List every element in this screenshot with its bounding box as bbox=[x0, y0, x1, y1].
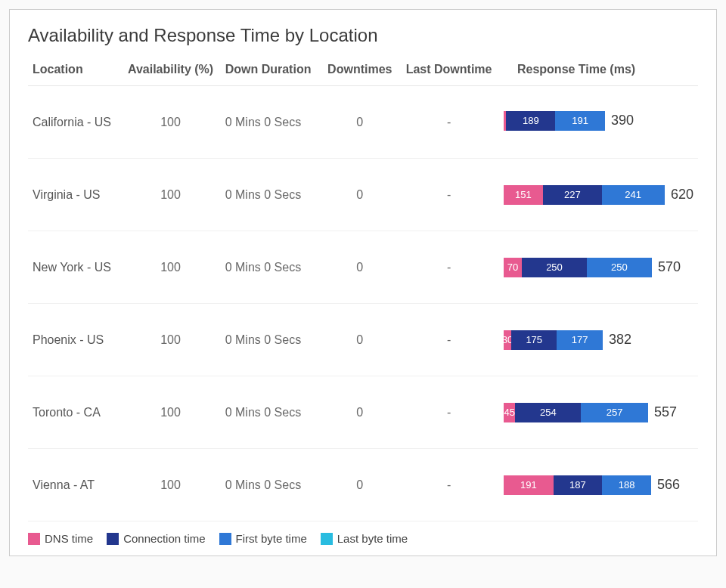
cell-availability: 100 bbox=[120, 159, 220, 231]
cell-down-duration: 0 Mins 0 Secs bbox=[221, 304, 321, 376]
legend-label-lb: Last byte time bbox=[337, 532, 408, 545]
legend-item-lb: Last byte time bbox=[321, 532, 408, 545]
cell-location: California - US bbox=[28, 86, 120, 159]
response-total: 382 bbox=[609, 332, 631, 348]
response-bar: 70250250 bbox=[504, 258, 652, 277]
col-down-duration: Down Duration bbox=[221, 60, 321, 86]
swatch-dns bbox=[28, 533, 40, 545]
segment-conn: 227 bbox=[543, 185, 602, 205]
cell-down-duration: 0 Mins 0 Secs bbox=[221, 449, 321, 521]
cell-location: Phoenix - US bbox=[28, 304, 120, 376]
table-row: California - US1000 Mins 0 Secs0-1891913… bbox=[28, 86, 698, 159]
response-bar: 151227241 bbox=[504, 185, 665, 205]
response-bar: 189191 bbox=[504, 111, 605, 131]
response-total: 566 bbox=[657, 477, 680, 493]
cell-downtimes: 0 bbox=[321, 159, 399, 231]
table-row: Vienna - AT1000 Mins 0 Secs0-19118718856… bbox=[28, 449, 698, 521]
cell-response-chart: 191187188566 bbox=[499, 449, 698, 521]
segment-dns: 70 bbox=[504, 258, 522, 277]
cell-last-downtime: - bbox=[399, 231, 499, 304]
legend-label-dns: DNS time bbox=[45, 532, 93, 545]
segment-conn: 254 bbox=[515, 403, 581, 422]
segment-conn: 250 bbox=[522, 258, 587, 277]
legend-item-conn: Connection time bbox=[107, 532, 205, 545]
col-availability: Availability (%) bbox=[120, 60, 220, 86]
segment-dns: 151 bbox=[504, 185, 543, 205]
response-total: 557 bbox=[654, 404, 677, 420]
segment-dns: 30 bbox=[504, 330, 511, 350]
cell-availability: 100 bbox=[120, 231, 220, 304]
col-downtimes: Downtimes bbox=[321, 60, 399, 86]
segment-fb: 257 bbox=[581, 403, 647, 422]
cell-down-duration: 0 Mins 0 Secs bbox=[221, 376, 321, 449]
cell-last-downtime: - bbox=[399, 449, 499, 521]
cell-response-chart: 45254257557 bbox=[499, 376, 698, 449]
segment-fb: 250 bbox=[587, 258, 652, 277]
cell-down-duration: 0 Mins 0 Secs bbox=[221, 86, 321, 159]
response-bar: 45254257 bbox=[504, 403, 648, 422]
cell-location: Toronto - CA bbox=[28, 376, 120, 449]
cell-availability: 100 bbox=[120, 376, 220, 449]
swatch-fb bbox=[219, 533, 231, 545]
cell-location: Virginia - US bbox=[28, 159, 120, 231]
cell-downtimes: 0 bbox=[321, 231, 399, 304]
col-location: Location bbox=[28, 60, 120, 86]
col-last-downtime: Last Downtime bbox=[399, 60, 499, 86]
segment-dns: 45 bbox=[504, 403, 515, 422]
cell-location: New York - US bbox=[28, 231, 120, 304]
location-table: Location Availability (%) Down Duration … bbox=[28, 60, 698, 521]
cell-last-downtime: - bbox=[399, 159, 499, 231]
segment-conn: 175 bbox=[511, 330, 557, 350]
cell-last-downtime: - bbox=[399, 86, 499, 159]
cell-response-chart: 70250250570 bbox=[499, 231, 698, 304]
cell-response-chart: 151227241620 bbox=[499, 159, 698, 231]
segment-fb: 177 bbox=[557, 330, 603, 350]
swatch-lb bbox=[321, 533, 333, 545]
table-header-row: Location Availability (%) Down Duration … bbox=[28, 60, 698, 86]
segment-conn: 189 bbox=[506, 111, 555, 131]
legend-label-conn: Connection time bbox=[123, 532, 205, 545]
legend: DNS time Connection time First byte time… bbox=[28, 532, 698, 545]
swatch-conn bbox=[107, 533, 119, 545]
table-row: Toronto - CA1000 Mins 0 Secs0-4525425755… bbox=[28, 376, 698, 449]
cell-downtimes: 0 bbox=[321, 86, 399, 159]
response-total: 620 bbox=[671, 187, 693, 203]
cell-last-downtime: - bbox=[399, 304, 499, 376]
legend-item-fb: First byte time bbox=[219, 532, 307, 545]
segment-conn: 187 bbox=[554, 475, 602, 495]
response-bar: 191187188 bbox=[504, 475, 651, 495]
cell-down-duration: 0 Mins 0 Secs bbox=[221, 231, 321, 304]
segment-fb: 188 bbox=[602, 475, 651, 495]
cell-availability: 100 bbox=[120, 86, 220, 159]
cell-downtimes: 0 bbox=[321, 376, 399, 449]
report-card: Availability and Response Time by Locati… bbox=[9, 9, 717, 556]
cell-downtimes: 0 bbox=[321, 449, 399, 521]
cell-availability: 100 bbox=[120, 449, 220, 521]
table-row: New York - US1000 Mins 0 Secs0-702502505… bbox=[28, 231, 698, 304]
legend-label-fb: First byte time bbox=[236, 532, 307, 545]
cell-response-chart: 30175177382 bbox=[499, 304, 698, 376]
response-bar: 30175177 bbox=[504, 330, 603, 350]
page-title: Availability and Response Time by Locati… bbox=[28, 25, 698, 46]
cell-availability: 100 bbox=[120, 304, 220, 376]
cell-last-downtime: - bbox=[399, 376, 499, 449]
cell-location: Vienna - AT bbox=[28, 449, 120, 521]
cell-down-duration: 0 Mins 0 Secs bbox=[221, 159, 321, 231]
legend-item-dns: DNS time bbox=[28, 532, 93, 545]
cell-downtimes: 0 bbox=[321, 304, 399, 376]
table-row: Virginia - US1000 Mins 0 Secs0-151227241… bbox=[28, 159, 698, 231]
segment-dns: 191 bbox=[504, 475, 554, 495]
response-total: 390 bbox=[611, 113, 634, 128]
table-row: Phoenix - US1000 Mins 0 Secs0-3017517738… bbox=[28, 304, 698, 376]
col-response-time: Response Time (ms) bbox=[499, 60, 698, 86]
segment-fb: 241 bbox=[602, 185, 665, 205]
cell-response-chart: 189191390 bbox=[499, 86, 698, 159]
segment-fb: 191 bbox=[555, 111, 605, 131]
response-total: 570 bbox=[658, 259, 681, 275]
